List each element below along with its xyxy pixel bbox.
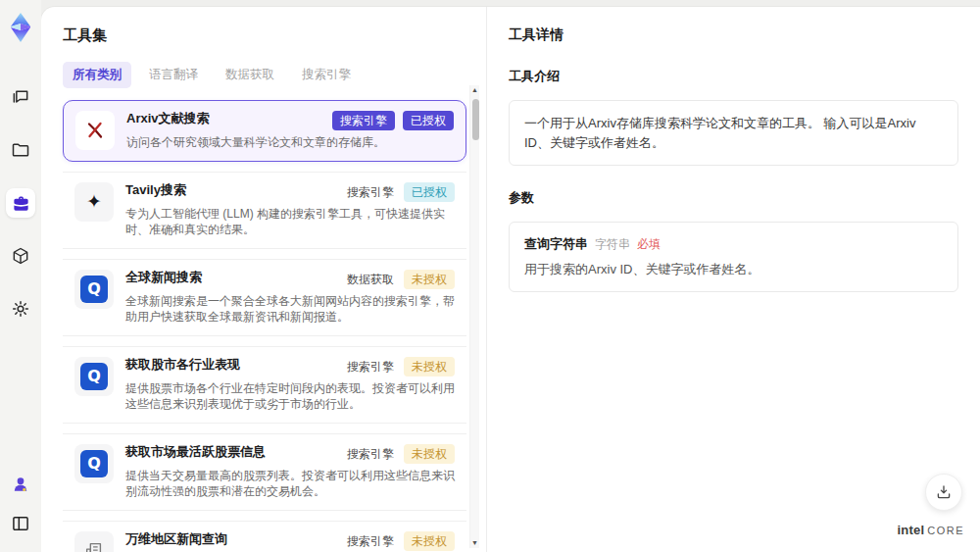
params-heading: 参数 — [509, 189, 958, 207]
category-tabs: 所有类别语言翻译数据获取搜索引擎 — [63, 62, 486, 88]
tool-description: 专为人工智能代理 (LLM) 构建的搜索引擎工具，可快速提供实时、准确和真实的结… — [125, 206, 455, 238]
tool-card-regional-news-query[interactable]: 万维地区新闻查询搜索引擎未授权查询具体行政区划内的新闻，快速了解各地新闻动态。 — [63, 521, 466, 552]
tab-search-engine[interactable]: 搜索引擎 — [292, 62, 361, 88]
arxiv-icon — [75, 111, 115, 150]
category-badge: 搜索引擎 — [345, 444, 396, 464]
auth-status-badge: 未授权 — [404, 444, 455, 464]
page-title: 工具集 — [63, 26, 486, 45]
tool-name: 全球新闻搜索 — [125, 270, 202, 285]
tool-name: 获取市场最活跃股票信息 — [125, 444, 266, 460]
category-badge: 搜索引擎 — [345, 531, 396, 551]
category-badge: 搜索引擎 — [345, 182, 396, 202]
tool-card-tavily-search[interactable]: ✦Tavily搜索搜索引擎已授权专为人工智能代理 (LLM) 构建的搜索引擎工具… — [63, 172, 466, 249]
collapse-panel-button[interactable] — [6, 509, 35, 538]
sidebar-item-files[interactable] — [6, 135, 35, 165]
folder-icon — [11, 140, 30, 160]
tool-list-pane: 工具集 所有类别语言翻译数据获取搜索引擎 Arxiv文献搜索搜索引擎已授权访问各… — [41, 7, 487, 552]
intro-box: 一个用于从Arxiv存储库搜索科学论文和文章的工具。 输入可以是Arxiv ID… — [509, 100, 958, 166]
tool-name: Tavily搜索 — [125, 182, 186, 198]
user-avatar[interactable] — [6, 470, 35, 499]
cube-icon — [11, 246, 30, 266]
param-type: 字符串 — [595, 236, 630, 253]
panel-layout-icon — [11, 514, 30, 533]
intro-heading: 工具介绍 — [509, 68, 958, 85]
param-name: 查询字符串 — [524, 235, 588, 253]
gear-icon — [11, 299, 30, 319]
category-badge: 搜索引擎 — [345, 357, 396, 376]
intel-core-logo: intelCORE — [897, 521, 964, 538]
list-scrollbar[interactable]: ▲ ▼ — [469, 85, 479, 548]
tool-description: 全球新闻搜索是一个聚合全球各大新闻网站内容的搜索引擎，帮助用户快速获取全球最新资… — [125, 293, 455, 326]
left-rail — [0, 0, 41, 552]
sidebar-item-chat[interactable] — [6, 82, 35, 112]
detail-title: 工具详情 — [509, 26, 958, 44]
auth-status-badge: 已授权 — [404, 182, 455, 202]
tool-name: 万维地区新闻查询 — [125, 531, 227, 547]
intro-text: 一个用于从Arxiv存储库搜索科学论文和文章的工具。 输入可以是Arxiv ID… — [524, 114, 943, 152]
tool-name: 获取股市各行业表现 — [125, 357, 240, 373]
download-button[interactable] — [925, 474, 962, 511]
tool-detail-pane: 工具详情 工具介绍 一个用于从Arxiv存储库搜索科学论文和文章的工具。 输入可… — [487, 7, 980, 552]
sidebar-item-packages[interactable] — [6, 241, 35, 271]
tool-card-stock-sector-performance[interactable]: Q获取股市各行业表现搜索引擎未授权提供股票市场各个行业在特定时间段内的表现。投资… — [63, 346, 466, 424]
tool-list: Arxiv文献搜索搜索引擎已授权访问各个研究领域大量科学论文和文章的存储库。✦T… — [63, 100, 466, 552]
app-logo — [4, 10, 37, 45]
category-badge: 搜索引擎 — [332, 111, 395, 130]
news-icon: Q — [74, 357, 114, 396]
tool-description: 提供当天交易量最高的股票列表。投资者可以利用这些信息来识别流动性强的股票和潜在的… — [125, 468, 455, 500]
scrollbar-track[interactable] — [470, 95, 479, 538]
auth-status-badge: 未授权 — [404, 357, 455, 376]
chat-icon — [11, 87, 30, 107]
tool-card-arxiv-search[interactable]: Arxiv文献搜索搜索引擎已授权访问各个研究领域大量科学论文和文章的存储库。 — [63, 100, 466, 162]
tab-language-translation[interactable]: 语言翻译 — [139, 62, 208, 88]
scroll-up-arrow-icon[interactable]: ▲ — [471, 85, 478, 95]
tool-description: 访问各个研究领域大量科学论文和文章的存储库。 — [126, 134, 454, 151]
tab-all-categories[interactable]: 所有类别 — [63, 62, 131, 88]
user-icon — [11, 475, 30, 494]
star-icon: ✦ — [74, 182, 114, 222]
sidebar-item-toolbox[interactable] — [6, 188, 35, 218]
main-surface: 工具集 所有类别语言翻译数据获取搜索引擎 Arxiv文献搜索搜索引擎已授权访问各… — [41, 7, 980, 552]
tool-card-most-active-stocks[interactable]: Q获取市场最活跃股票信息搜索引擎未授权提供当天交易量最高的股票列表。投资者可以利… — [63, 433, 466, 511]
building-icon — [74, 531, 114, 552]
param-box: 查询字符串 字符串 必填 用于搜索的Arxiv ID、关键字或作者姓名。 — [509, 222, 958, 292]
brand-secondary: CORE — [927, 525, 964, 536]
tab-data-fetching[interactable]: 数据获取 — [216, 62, 284, 88]
auth-status-badge: 未授权 — [404, 270, 455, 289]
news-icon: Q — [74, 270, 114, 309]
scroll-down-arrow-icon[interactable]: ▼ — [471, 538, 478, 548]
param-description: 用于搜索的Arxiv ID、关键字或作者姓名。 — [524, 261, 943, 278]
auth-status-badge: 已授权 — [403, 111, 454, 130]
brand-primary: intel — [897, 523, 924, 537]
tool-name: Arxiv文献搜索 — [126, 111, 210, 126]
news-icon: Q — [74, 444, 114, 483]
category-badge: 数据获取 — [345, 270, 396, 289]
auth-status-badge: 未授权 — [404, 531, 455, 551]
sidebar-item-settings[interactable] — [6, 294, 35, 324]
tool-card-global-news-search[interactable]: Q全球新闻搜索数据获取未授权全球新闻搜索是一个聚合全球各大新闻网站内容的搜索引擎… — [63, 259, 466, 336]
tool-description: 提供股票市场各个行业在特定时间段内的表现。投资者可以利用这些信息来识别表现优于或… — [125, 380, 455, 413]
param-required-badge: 必填 — [637, 236, 661, 253]
scrollbar-thumb[interactable] — [472, 99, 479, 140]
briefcase-icon — [12, 194, 30, 213]
download-icon — [935, 483, 953, 501]
